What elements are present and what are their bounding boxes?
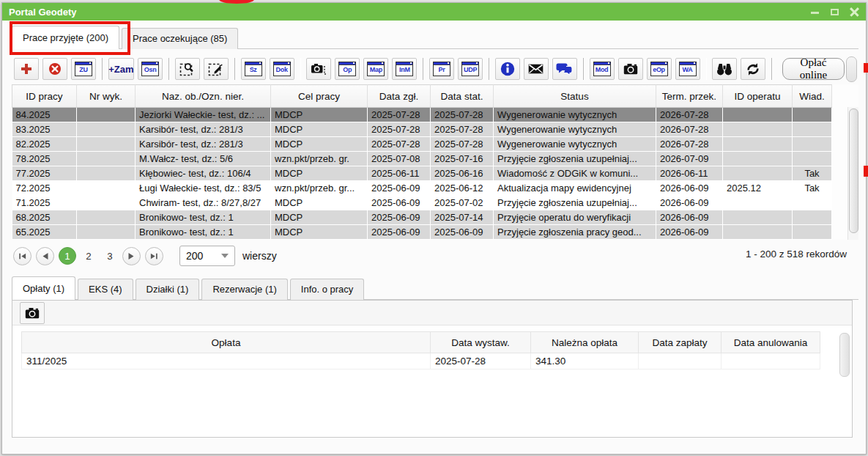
table-scrollbar-thumb[interactable] xyxy=(849,109,858,233)
mini-window-titlebar xyxy=(594,62,610,65)
cell: 83.2025 xyxy=(12,122,77,137)
cell: 2026-06-11 xyxy=(656,166,723,181)
fees-column-header-4[interactable]: Data anulowania xyxy=(722,332,820,353)
mini-window-titlebar xyxy=(680,62,696,65)
prev-page-button[interactable] xyxy=(36,247,54,265)
table-row[interactable]: 72.2025Ługi Wałeckie- test, dz.: 83/5wzn… xyxy=(12,181,832,196)
osn-button[interactable]: Osn xyxy=(138,58,163,80)
add-button[interactable] xyxy=(14,58,39,80)
camera-button[interactable] xyxy=(618,58,643,80)
column-header-1[interactable]: Nr wyk. xyxy=(77,85,136,108)
op-button[interactable]: Op xyxy=(335,58,360,80)
dok-button[interactable]: Dok xyxy=(270,58,294,80)
column-header-4[interactable]: Data zgł. xyxy=(368,85,431,108)
page-button-2[interactable]: 2 xyxy=(80,247,97,265)
mod-window-icon: Mod xyxy=(593,62,611,76)
area-edit-button[interactable] xyxy=(204,58,229,80)
cancel-button[interactable] xyxy=(42,58,67,80)
refresh-button[interactable] xyxy=(741,58,765,80)
op-window-icon: Op xyxy=(338,62,356,76)
tab-info-o-pracy[interactable]: Info. o pracy xyxy=(290,279,365,300)
table-row[interactable]: 65.2025Bronikowo- test, dz.: 1MDCP2025-0… xyxy=(12,225,832,240)
mod-button[interactable]: Mod xyxy=(590,58,615,80)
cell xyxy=(723,108,793,122)
fees-scrollbar-thumb[interactable] xyxy=(839,333,850,377)
table-row[interactable]: 82.2025Karsibór- test, dz.: 281/3MDCP202… xyxy=(12,137,832,152)
first-page-button[interactable] xyxy=(13,247,31,265)
find-button[interactable] xyxy=(712,58,737,80)
chat-button[interactable] xyxy=(552,58,577,80)
pr-button[interactable]: Pr xyxy=(429,58,454,80)
minimize-icon[interactable] xyxy=(810,7,820,17)
fees-column-header-0[interactable]: Opłata xyxy=(22,332,431,353)
wa-button[interactable]: WA xyxy=(675,58,700,80)
pay-online-button[interactable]: Opłać online xyxy=(782,58,845,80)
tab-prace-oczekujace[interactable]: Prace oczekujące (85) xyxy=(122,28,238,49)
last-page-button[interactable] xyxy=(145,247,163,265)
mail-button[interactable] xyxy=(524,58,549,80)
inm-button[interactable]: InM xyxy=(392,58,417,80)
table-scrollbar-track[interactable] xyxy=(847,107,858,240)
column-header-2[interactable]: Naz. ob./Ozn. nier. xyxy=(136,85,271,108)
toolbar-separator xyxy=(489,58,490,80)
refresh-icon xyxy=(746,62,760,76)
fees-table-row[interactable]: 311/20252025-07-28341.30 xyxy=(22,353,820,369)
fees-column-header-1[interactable]: Data wystaw. xyxy=(431,332,531,353)
maximize-icon[interactable] xyxy=(830,7,839,17)
column-header-5[interactable]: Data stat. xyxy=(431,85,494,108)
close-icon[interactable] xyxy=(850,7,859,17)
udp-button[interactable]: UDP xyxy=(458,58,483,80)
table-row[interactable]: 71.2025Chwiram- test, dz.: 8/27,8/27MDCP… xyxy=(12,196,832,210)
page-size-select[interactable]: 200 xyxy=(179,246,235,266)
tab-eks[interactable]: EKS (4) xyxy=(78,279,133,300)
toolbar-separator xyxy=(168,58,170,80)
tab-oplaty[interactable]: Opłaty (1) xyxy=(12,276,75,300)
cell xyxy=(723,225,793,240)
cell: 2025-07-28 xyxy=(368,122,431,137)
udp-window-icon: UDP xyxy=(461,62,479,76)
column-header-9[interactable]: Wiad. xyxy=(793,85,832,108)
column-header-3[interactable]: Cel pracy xyxy=(271,85,368,108)
info-button[interactable] xyxy=(495,58,520,80)
panel-camera-button[interactable] xyxy=(20,302,45,324)
snapshot-area-button[interactable] xyxy=(306,58,331,80)
add-order-button[interactable]: +Zam xyxy=(108,58,134,80)
zu-button[interactable]: ZU xyxy=(71,58,96,80)
sz-button[interactable]: Sz xyxy=(241,58,266,80)
cell: 2025-06-09 xyxy=(368,181,431,196)
fees-cell xyxy=(639,353,722,369)
mini-window-label: UDP xyxy=(462,65,478,74)
map-button[interactable]: Map xyxy=(363,58,388,80)
cell: Tak xyxy=(793,166,832,181)
tab-rezerwacje[interactable]: Rezerwacje (1) xyxy=(201,279,287,300)
table-row[interactable]: 83.2025Karsibór- test, dz.: 281/3MDCP202… xyxy=(12,122,832,137)
fees-column-header-2[interactable]: Należna opłata xyxy=(531,332,639,353)
next-page-button[interactable] xyxy=(122,247,141,265)
cell xyxy=(723,122,793,137)
table-row[interactable]: 84.2025Jeziorki Wałeckie- test, dz.: ...… xyxy=(12,108,832,122)
tab-prace-przyjete[interactable]: Prace przyjęte (200) xyxy=(12,26,119,49)
eop-button[interactable]: eOp xyxy=(647,58,672,80)
page-button-3[interactable]: 3 xyxy=(101,247,119,265)
mini-window-titlebar xyxy=(245,62,261,65)
column-header-8[interactable]: ID operatu xyxy=(723,85,793,108)
mini-window-titlebar xyxy=(75,62,92,65)
mini-window-label: Op xyxy=(339,65,355,74)
table-row[interactable]: 77.2025Kłębowiec- test, dz.: 106/4MDCP20… xyxy=(12,166,832,181)
table-row[interactable]: 78.2025M.Wałcz- test, dz.: 5/6wzn.pkt/pr… xyxy=(12,152,832,166)
table-row[interactable]: 68.2025Bronikowo- test, dz.: 1MDCP2025-0… xyxy=(12,210,832,225)
area-search-button[interactable] xyxy=(175,58,200,80)
rows-label: wierszy xyxy=(242,250,277,262)
cell: 2026-06-09 xyxy=(656,181,723,196)
column-header-6[interactable]: Status xyxy=(494,85,656,108)
column-header-0[interactable]: ID pracy xyxy=(12,85,77,108)
pagination-bar: 123200wierszy1 - 200 z 518 rekordów xyxy=(13,245,858,267)
add-icon xyxy=(20,62,33,76)
fees-column-header-3[interactable]: Data zapłaty xyxy=(639,332,722,353)
cell: Tak xyxy=(793,181,832,196)
tab-dzialki[interactable]: Działki (1) xyxy=(136,279,200,300)
column-header-7[interactable]: Term. przek. xyxy=(656,85,723,108)
cell: 82.2025 xyxy=(12,137,77,152)
toolbar-scrollbar[interactable] xyxy=(846,56,857,82)
page-button-1[interactable]: 1 xyxy=(59,247,76,265)
